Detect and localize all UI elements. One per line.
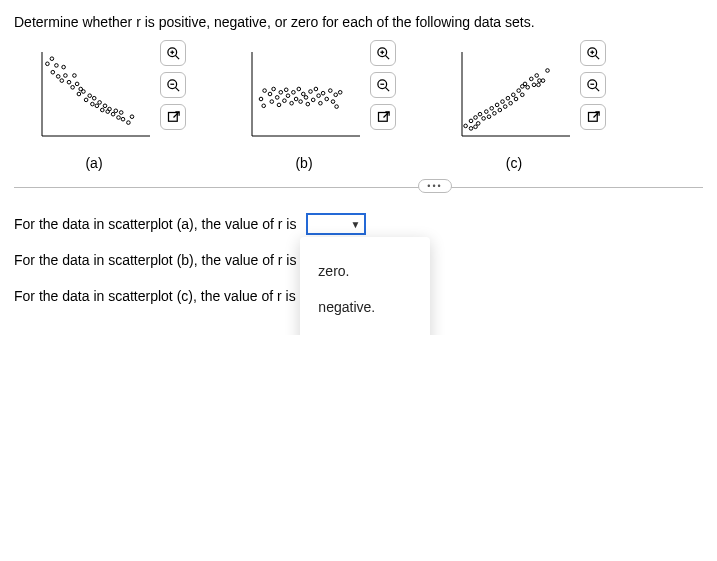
svg-point-57: [290, 101, 294, 105]
svg-point-106: [512, 93, 516, 97]
svg-point-29: [117, 116, 121, 120]
svg-point-118: [541, 79, 545, 83]
svg-point-92: [476, 122, 480, 126]
svg-point-12: [71, 86, 75, 90]
svg-rect-127: [588, 112, 597, 121]
svg-point-70: [321, 91, 325, 95]
svg-point-18: [88, 94, 92, 98]
svg-point-110: [521, 93, 525, 97]
svg-point-101: [498, 108, 502, 112]
svg-point-50: [272, 87, 276, 91]
svg-point-71: [325, 97, 329, 101]
svg-point-16: [82, 90, 86, 94]
svg-point-30: [119, 111, 123, 115]
svg-point-113: [530, 77, 534, 81]
caption-b: (b): [244, 155, 364, 171]
svg-point-64: [306, 102, 310, 106]
svg-point-102: [501, 100, 505, 104]
scatterplot-a: [34, 48, 154, 144]
svg-point-119: [546, 69, 550, 73]
dropdown-a[interactable]: ▼: [306, 213, 366, 235]
svg-point-90: [469, 127, 473, 131]
svg-point-4: [51, 70, 55, 74]
plot-column-a: (a): [34, 48, 234, 171]
answer-row-a: For the data in scatterplot (a), the val…: [14, 213, 703, 235]
svg-point-111: [523, 82, 527, 86]
svg-line-78: [385, 55, 389, 59]
dropdown-option-positive[interactable]: positive.: [300, 325, 430, 335]
svg-point-76: [338, 91, 342, 95]
answer-text-a: For the data in scatterplot (a), the val…: [14, 216, 306, 232]
svg-point-91: [474, 116, 478, 120]
plot-column-c: (c): [454, 48, 654, 171]
plots-row: (a) (b): [14, 48, 703, 171]
svg-line-82: [385, 87, 389, 91]
zoom-out-icon[interactable]: [160, 72, 186, 98]
caption-a: (a): [34, 155, 154, 171]
svg-point-54: [283, 99, 287, 103]
answer-text-c: For the data in scatterplot (c), the val…: [14, 288, 306, 304]
answer-area: For the data in scatterplot (a), the val…: [14, 213, 703, 307]
svg-point-51: [275, 96, 279, 100]
svg-point-56: [286, 94, 290, 98]
svg-point-31: [127, 121, 131, 125]
svg-point-6: [56, 75, 60, 79]
svg-point-61: [299, 100, 303, 104]
question-text: Determine whether r is positive, negativ…: [14, 14, 703, 30]
svg-point-46: [263, 89, 267, 93]
svg-point-69: [319, 101, 323, 105]
svg-point-15: [77, 92, 81, 96]
svg-point-114: [532, 83, 536, 87]
svg-point-21: [95, 104, 99, 108]
svg-point-22: [98, 101, 102, 105]
svg-point-33: [130, 115, 134, 119]
svg-point-96: [485, 110, 489, 114]
svg-point-66: [311, 98, 315, 102]
chevron-down-icon: ▼: [350, 219, 360, 230]
svg-rect-41: [168, 112, 177, 121]
svg-point-74: [334, 93, 338, 97]
svg-point-72: [329, 89, 333, 93]
svg-point-88: [464, 124, 468, 128]
plot-column-b: (b): [244, 48, 444, 171]
svg-point-89: [469, 119, 473, 123]
svg-point-13: [75, 82, 79, 86]
zoom-out-icon[interactable]: [370, 72, 396, 98]
expand-icon[interactable]: [160, 104, 186, 130]
divider-expand-button[interactable]: •••: [418, 179, 452, 193]
tool-column-b: [370, 40, 396, 130]
zoom-out-icon[interactable]: [580, 72, 606, 98]
svg-point-95: [482, 117, 486, 121]
svg-point-99: [493, 112, 497, 116]
svg-point-103: [503, 105, 507, 109]
svg-point-55: [284, 88, 288, 92]
svg-point-105: [509, 101, 513, 105]
svg-point-3: [50, 57, 54, 61]
zoom-in-icon[interactable]: [370, 40, 396, 66]
svg-point-9: [64, 74, 68, 78]
tool-column-c: [580, 40, 606, 130]
svg-point-98: [490, 107, 494, 111]
svg-point-24: [103, 104, 107, 108]
svg-point-47: [262, 104, 266, 108]
svg-point-11: [73, 74, 77, 78]
expand-icon[interactable]: [580, 104, 606, 130]
svg-line-35: [175, 55, 179, 59]
divider-line: [14, 187, 703, 188]
svg-point-27: [111, 112, 115, 116]
svg-point-28: [114, 109, 118, 113]
svg-point-73: [331, 100, 335, 104]
svg-point-10: [67, 80, 71, 84]
svg-point-107: [514, 97, 518, 101]
svg-point-115: [535, 74, 539, 78]
dropdown-option-negative[interactable]: negative.: [300, 289, 430, 325]
svg-point-49: [270, 100, 274, 104]
section-divider: •••: [14, 179, 703, 195]
svg-point-60: [297, 87, 301, 91]
svg-point-117: [538, 79, 542, 83]
zoom-in-icon[interactable]: [580, 40, 606, 66]
expand-icon[interactable]: [370, 104, 396, 130]
svg-point-48: [268, 92, 272, 96]
dropdown-option-zero[interactable]: zero.: [300, 253, 430, 289]
zoom-in-icon[interactable]: [160, 40, 186, 66]
